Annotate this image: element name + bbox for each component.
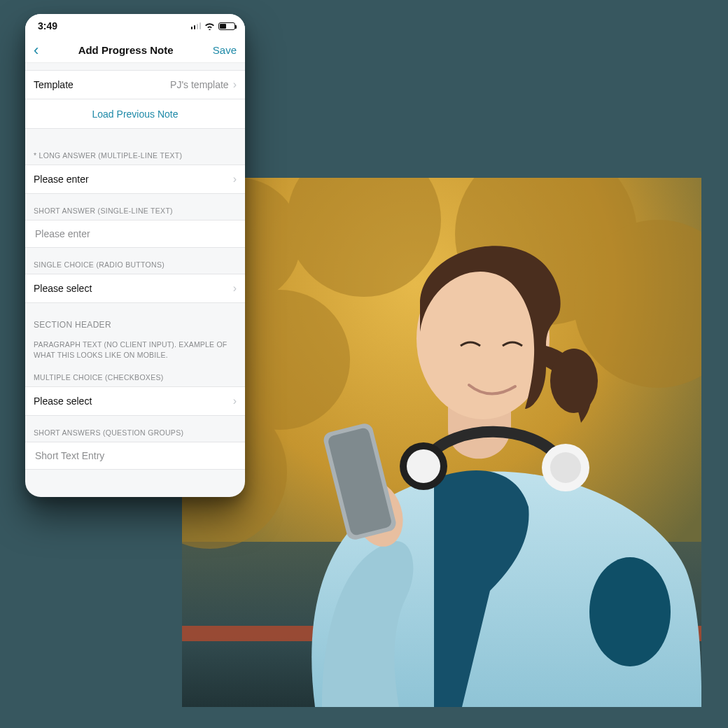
load-previous-label: Load Previous Note bbox=[92, 108, 178, 120]
back-button[interactable]: ‹ bbox=[34, 43, 38, 58]
single-choice-row[interactable]: Please select › bbox=[25, 274, 245, 303]
template-label: Template bbox=[34, 79, 170, 90]
nav-bar: ‹ Add Progress Note Save bbox=[25, 38, 245, 63]
question-groups-label: SHORT ANSWERS (QUESTION GROUPS) bbox=[25, 416, 245, 442]
multiple-choice-row[interactable]: Please select › bbox=[25, 386, 245, 416]
short-answer-input[interactable] bbox=[34, 227, 237, 240]
short-answer-input-row[interactable] bbox=[25, 220, 245, 248]
chevron-right-icon: › bbox=[233, 79, 237, 90]
paragraph-text: PARAGRAPH TEXT (NO CLIENT INPUT). EXAMPL… bbox=[25, 332, 245, 360]
status-indicators bbox=[191, 22, 236, 30]
question-groups-input[interactable] bbox=[34, 449, 237, 462]
template-row[interactable]: Template PJ's template › bbox=[25, 70, 245, 99]
status-bar: 3:49 bbox=[25, 14, 245, 38]
single-choice-placeholder: Please select bbox=[34, 283, 229, 294]
cell-signal-icon bbox=[191, 22, 202, 29]
long-answer-row[interactable]: Please enter › bbox=[25, 164, 245, 194]
svg-point-13 bbox=[407, 449, 440, 483]
phone-frame: 3:49 ‹ Add Progress Note Save Template P… bbox=[25, 14, 245, 497]
chevron-right-icon: › bbox=[233, 396, 237, 407]
page-title: Add Progress Note bbox=[78, 44, 174, 56]
chevron-right-icon: › bbox=[233, 283, 237, 294]
svg-point-9 bbox=[589, 557, 671, 666]
background-photo bbox=[182, 178, 701, 707]
svg-point-15 bbox=[550, 452, 581, 483]
status-time: 3:49 bbox=[38, 20, 57, 31]
short-answer-label: SHORT ANSWER (SINGLE-LINE TEXT) bbox=[25, 194, 245, 220]
chevron-right-icon: › bbox=[233, 174, 237, 185]
single-choice-label: SINGLE CHOICE (RADIO BUTTONS) bbox=[25, 248, 245, 274]
save-button[interactable]: Save bbox=[213, 44, 237, 56]
battery-icon bbox=[218, 22, 235, 30]
multiple-choice-label: MULTIPLE CHOICE (CHECKBOXES) bbox=[25, 360, 245, 386]
section-header: SECTION HEADER bbox=[25, 303, 245, 332]
long-answer-placeholder: Please enter bbox=[34, 174, 229, 185]
question-groups-input-row[interactable] bbox=[25, 442, 245, 470]
long-answer-label: * LONG ANSWER (MULTIPLE-LINE TEXT) bbox=[25, 139, 245, 164]
template-value: PJ's template bbox=[170, 79, 229, 90]
wifi-icon bbox=[204, 22, 215, 30]
svg-point-11 bbox=[550, 349, 598, 413]
multiple-choice-placeholder: Please select bbox=[34, 396, 229, 407]
load-previous-note[interactable]: Load Previous Note bbox=[25, 99, 245, 129]
